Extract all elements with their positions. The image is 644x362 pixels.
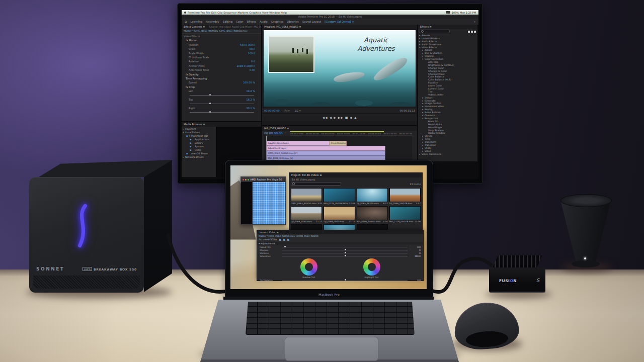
media-browser-item[interactable]: Users — [183, 148, 214, 152]
clip-cell[interactable]: MVI_0119_UHD56.MOV12:09 — [324, 188, 355, 205]
effects-tree-item[interactable]: ▸Video Transitions — [418, 153, 477, 156]
property-value[interactable] — [255, 93, 261, 97]
workspace-tab[interactable]: Graphics — [271, 20, 283, 23]
property-value[interactable] — [255, 34, 261, 38]
media-browser-item[interactable]: ▾Local Drives — [183, 131, 214, 134]
effect-property-row[interactable] — [182, 110, 261, 114]
timeline-clip[interactable]: Cross Dissolve — [329, 141, 347, 146]
workspace-tab[interactable]: Effects — [247, 20, 256, 23]
gpu-history-window[interactable]: AMD Radeon Pro Vega 56 — [240, 176, 286, 225]
effect-property-row[interactable] — [182, 102, 261, 106]
property-value[interactable]: 640.0 360.0 — [240, 43, 261, 47]
clip-thumbnail[interactable] — [291, 206, 322, 220]
effect-property-row[interactable]: Position640.0 360.0 — [182, 43, 261, 47]
property-value[interactable]: 0.00 — [250, 68, 261, 72]
balance-track[interactable] — [282, 280, 408, 281]
project-panel-tab[interactable]: Project: Ed 4K Video ≡ — [289, 173, 422, 177]
timeline-clip[interactable]: CIMG_0563_RAW50.mov [V] — [266, 151, 385, 156]
effect-property-row[interactable]: Video Effects — [182, 34, 261, 38]
media-browser-item[interactable]: System — [183, 145, 214, 148]
media-browser-item[interactable]: ▾Macintosh HD — [183, 134, 214, 138]
effect-property-row[interactable]: Scale Width100.0 — [182, 51, 261, 55]
effect-property-row[interactable]: Top18.2 % — [182, 98, 261, 102]
clip-cell[interactable]: DJI_0068_4K60.mov11:27 — [291, 206, 322, 223]
workspace-tab[interactable]: Libraries — [287, 20, 299, 23]
clip-thumbnail[interactable] — [389, 188, 421, 202]
slider-value[interactable]: 0 — [408, 249, 421, 251]
property-value[interactable]: 88.0 — [250, 47, 261, 51]
balance-value[interactable]: 0.0 — [408, 279, 421, 282]
effect-property-row[interactable]: Rotation0.0 — [182, 59, 261, 63]
property-value[interactable]: 18.2 % — [247, 98, 261, 102]
clip-thumbnail[interactable] — [389, 206, 421, 220]
project-bin-path[interactable]: Ed 4K Video.prproj — [289, 177, 422, 182]
effect-property-row[interactable]: Right20.1 % — [182, 106, 261, 110]
fit-dropdown[interactable]: Fit ▾ — [285, 109, 290, 112]
menu-bar-status[interactable]: 100% Mon 1:25 PM — [452, 11, 476, 14]
home-icon[interactable]: ⌂ — [185, 20, 187, 24]
property-value[interactable]: 20.1 % — [247, 106, 261, 110]
media-browser-item[interactable]: Library — [183, 141, 214, 145]
color-wheel[interactable] — [363, 258, 380, 276]
macos-menu-bar[interactable]: Premiere Pro File Edit Clip Sequence Mar… — [182, 10, 478, 15]
close-icon[interactable] — [243, 179, 244, 180]
slider-track[interactable] — [282, 247, 408, 247]
effect-property-row[interactable]: Anti-flicker Filter0.00 — [182, 68, 261, 72]
program-timecode[interactable]: 00:00:00:00 — [264, 109, 280, 112]
workspace-tab[interactable]: Audio — [260, 20, 268, 23]
property-value[interactable] — [255, 102, 261, 106]
slider-value[interactable]: 0.0 — [408, 246, 421, 248]
tab-overflow-icon[interactable]: » — [474, 20, 475, 23]
effects-search-input[interactable] — [420, 30, 450, 33]
color-wheel[interactable] — [300, 258, 317, 276]
tab-effect-controls[interactable]: Effect Controls ≡ — [184, 25, 205, 29]
property-value[interactable] — [255, 72, 261, 76]
workspace-tab[interactable]: Color — [236, 20, 243, 23]
effect-property-row[interactable]: fx Opacity — [182, 72, 261, 76]
clip-thumbnail[interactable] — [324, 188, 355, 202]
tint-balance-row[interactable]: Tint Balance 0.0 — [257, 279, 423, 282]
clip-cell[interactable]: DJI_0065_4K270.mov8:47 — [357, 188, 388, 205]
clip-thumbnail[interactable] — [291, 188, 322, 202]
workspace-tab[interactable]: Assembly — [206, 20, 219, 23]
lumetri-fx-label[interactable]: fx Lumetri Color — [259, 238, 277, 242]
property-value[interactable]: 100.00 % — [243, 80, 261, 84]
project-search-input[interactable] — [291, 182, 341, 186]
effect-property-row[interactable]: Anchor Point2048.0 1080.0 — [182, 64, 261, 68]
property-value[interactable] — [255, 55, 261, 59]
effect-property-row[interactable]: Time Remapping — [182, 76, 261, 80]
clip-cell[interactable]: MVI_1128_UHD28.mov12:06 — [389, 206, 421, 223]
media-browser-item[interactable]: Applications — [183, 138, 214, 141]
property-value[interactable]: 100.0 — [248, 51, 261, 55]
timeline-ruler[interactable]: 00:00:15:0000:00:30:0000:00:45:0000:01:0… — [290, 131, 412, 136]
slider-value[interactable]: 0 — [408, 252, 421, 254]
resolution-dropdown[interactable]: 1/2 ▾ — [294, 109, 300, 112]
property-value[interactable] — [255, 76, 261, 80]
minimize-icon[interactable] — [245, 179, 247, 180]
property-value[interactable] — [255, 38, 261, 42]
workspace-tab[interactable]: Learning — [190, 20, 202, 23]
lumetri-tab[interactable]: Lumetri Color ≡ — [257, 230, 423, 234]
workspace-tab[interactable]: [Custom Ed Demo] × — [325, 20, 354, 23]
property-value[interactable]: 2048.0 1080.0 — [236, 64, 261, 68]
effect-property-row[interactable]: Left19.2 % — [182, 89, 261, 93]
effects-filter-badges[interactable] — [468, 31, 476, 33]
transport-controls[interactable]: ◀◀ ◀ ▶ ▶▶ ■ ◆ ▲ — [262, 114, 417, 121]
property-value[interactable] — [255, 85, 261, 89]
media-browser-item[interactable]: ▸Favorites — [183, 127, 214, 131]
clip-thumbnail[interactable] — [357, 188, 388, 202]
clip-cell[interactable]: CIMG_0563_RAW50.mov5:01 — [291, 188, 322, 205]
slider-value[interactable]: 100.0 — [408, 255, 421, 257]
gpu-window-titlebar[interactable]: AMD Radeon Pro Vega 56 — [241, 177, 285, 182]
timeline-clip[interactable]: Adjustment Layer — [266, 146, 385, 151]
workspace-tab[interactable]: Saved Layout — [302, 20, 321, 23]
effect-property-row[interactable]: fx Crop — [182, 85, 261, 89]
clip-cell[interactable]: DJI_0069_UHD.mov31:17 — [324, 206, 355, 223]
slider-track[interactable] — [282, 256, 408, 256]
slider-track[interactable] — [282, 250, 408, 250]
media-browser-item[interactable]: macOS Sierra — [183, 152, 214, 155]
effect-property-row[interactable]: ☑ Uniform Scale — [182, 55, 261, 59]
tab-effects[interactable]: Effects ≡ — [420, 25, 432, 29]
property-value[interactable] — [255, 110, 261, 114]
zoom-icon[interactable] — [248, 179, 249, 180]
